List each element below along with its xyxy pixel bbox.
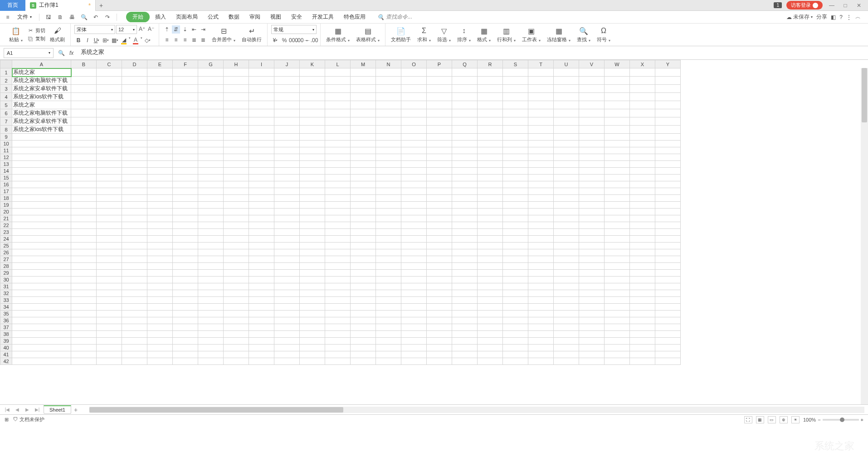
cell-H9[interactable] xyxy=(224,134,249,141)
cell-G17[interactable] xyxy=(198,188,224,195)
cell-N11[interactable] xyxy=(376,147,401,154)
cell-P7[interactable] xyxy=(427,117,452,126)
cell-S10[interactable] xyxy=(503,141,528,147)
cell-F31[interactable] xyxy=(173,283,198,290)
cell-T38[interactable] xyxy=(528,331,554,338)
cell-K8[interactable] xyxy=(300,126,325,134)
cell-J11[interactable] xyxy=(274,147,300,154)
cell-F11[interactable] xyxy=(173,147,198,154)
cell-I6[interactable] xyxy=(249,109,274,117)
cell-R15[interactable] xyxy=(478,175,503,181)
cell-M35[interactable] xyxy=(351,311,376,317)
cell-H31[interactable] xyxy=(224,283,249,290)
cell-O13[interactable] xyxy=(401,161,427,168)
page-view-button[interactable]: ▭ xyxy=(768,416,776,423)
cell-U21[interactable] xyxy=(554,215,579,222)
cell-J22[interactable] xyxy=(274,222,300,229)
cell-L25[interactable] xyxy=(325,243,351,249)
cell-Y42[interactable] xyxy=(655,358,681,365)
select-all-corner[interactable] xyxy=(0,60,12,68)
cell-Q30[interactable] xyxy=(452,277,478,283)
cell-X38[interactable] xyxy=(630,331,655,338)
cell-O41[interactable] xyxy=(401,351,427,358)
cell-D22[interactable] xyxy=(122,222,147,229)
cell-R4[interactable] xyxy=(478,93,503,101)
protect-status[interactable]: ⛉ 文档未保护 xyxy=(13,416,44,423)
normal-view-button[interactable]: ▦ xyxy=(756,416,764,423)
cell-Y6[interactable] xyxy=(655,109,681,117)
cell-K5[interactable] xyxy=(300,101,325,109)
form-button[interactable]: ◧ xyxy=(831,14,836,20)
cell-O14[interactable] xyxy=(401,168,427,175)
align-center-button[interactable]: ≡ xyxy=(172,36,180,44)
cell-P25[interactable] xyxy=(427,243,452,249)
cell-T41[interactable] xyxy=(528,351,554,358)
cell-K42[interactable] xyxy=(300,358,325,365)
cell-D20[interactable] xyxy=(122,209,147,215)
cell-N42[interactable] xyxy=(376,358,401,365)
cell-M27[interactable] xyxy=(351,256,376,263)
cell-N29[interactable] xyxy=(376,270,401,277)
cell-A13[interactable] xyxy=(12,161,71,168)
cell-X36[interactable] xyxy=(630,317,655,324)
cell-D1[interactable] xyxy=(122,68,147,77)
cell-A42[interactable] xyxy=(12,358,71,365)
cell-O7[interactable] xyxy=(401,117,427,126)
cell-D35[interactable] xyxy=(122,311,147,317)
cell-B19[interactable] xyxy=(71,202,97,209)
cell-V34[interactable] xyxy=(579,304,605,311)
column-header-W[interactable]: W xyxy=(605,60,630,68)
cell-R32[interactable] xyxy=(478,290,503,297)
cell-E31[interactable] xyxy=(147,283,173,290)
cell-L14[interactable] xyxy=(325,168,351,175)
cell-J18[interactable] xyxy=(274,195,300,202)
cell-F36[interactable] xyxy=(173,317,198,324)
cell-Q6[interactable] xyxy=(452,109,478,117)
cell-P20[interactable] xyxy=(427,209,452,215)
cell-L32[interactable] xyxy=(325,290,351,297)
cell-W34[interactable] xyxy=(605,304,630,311)
cell-Q18[interactable] xyxy=(452,195,478,202)
cell-Y30[interactable] xyxy=(655,277,681,283)
cell-F21[interactable] xyxy=(173,215,198,222)
cell-B42[interactable] xyxy=(71,358,97,365)
zoom-icon[interactable]: 🔍 xyxy=(58,50,65,56)
cell-E37[interactable] xyxy=(147,324,173,331)
cell-W3[interactable] xyxy=(605,85,630,93)
cell-N33[interactable] xyxy=(376,297,401,304)
cell-E34[interactable] xyxy=(147,304,173,311)
row-header-23[interactable]: 23 xyxy=(0,229,12,236)
cell-X7[interactable] xyxy=(630,117,655,126)
cell-B24[interactable] xyxy=(71,236,97,243)
cell-Q32[interactable] xyxy=(452,290,478,297)
cell-H14[interactable] xyxy=(224,168,249,175)
cell-L6[interactable] xyxy=(325,109,351,117)
row-header-14[interactable]: 14 xyxy=(0,168,12,175)
cell-M12[interactable] xyxy=(351,154,376,161)
cell-V5[interactable] xyxy=(579,101,605,109)
cell-D10[interactable] xyxy=(122,141,147,147)
cell-N27[interactable] xyxy=(376,256,401,263)
cell-T28[interactable] xyxy=(528,263,554,270)
cell-Y36[interactable] xyxy=(655,317,681,324)
cell-S28[interactable] xyxy=(503,263,528,270)
cell-N1[interactable] xyxy=(376,68,401,77)
cell-B20[interactable] xyxy=(71,209,97,215)
cell-S39[interactable] xyxy=(503,338,528,345)
cell-I30[interactable] xyxy=(249,277,274,283)
cell-A15[interactable] xyxy=(12,175,71,181)
cell-N20[interactable] xyxy=(376,209,401,215)
cell-M36[interactable] xyxy=(351,317,376,324)
cell-M34[interactable] xyxy=(351,304,376,311)
save-as-button[interactable]: 🗎 xyxy=(56,13,65,22)
cell-K41[interactable] xyxy=(300,351,325,358)
cell-I9[interactable] xyxy=(249,134,274,141)
cell-I37[interactable] xyxy=(249,324,274,331)
cell-I20[interactable] xyxy=(249,209,274,215)
cell-G23[interactable] xyxy=(198,229,224,236)
cell-S6[interactable] xyxy=(503,109,528,117)
cell-O2[interactable] xyxy=(401,77,427,85)
minimize-button[interactable]: — xyxy=(827,1,836,10)
cell-V4[interactable] xyxy=(579,93,605,101)
cell-Q15[interactable] xyxy=(452,175,478,181)
